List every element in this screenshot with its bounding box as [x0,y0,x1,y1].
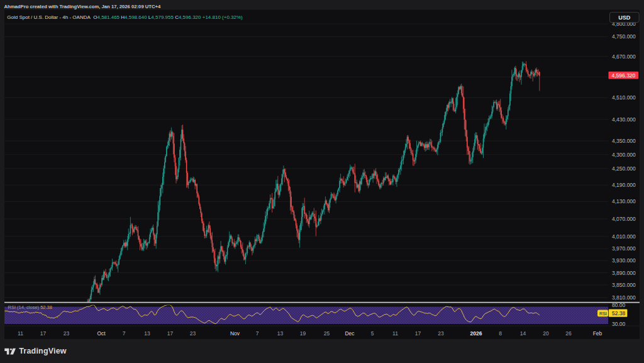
svg-text:4,596.320: 4,596.320 [612,72,636,79]
svg-text:4,300.000: 4,300.000 [612,152,636,158]
svg-text:4,010.000: 4,010.000 [612,233,636,240]
svg-text:4,750.000: 4,750.000 [612,33,636,40]
svg-text:19: 19 [300,330,306,337]
svg-text:4,070.000: 4,070.000 [612,216,636,222]
svg-text:Feb: Feb [593,330,602,337]
svg-text:5: 5 [371,330,374,337]
svg-text:3,930.000: 3,930.000 [612,257,636,264]
svg-text:4,190.000: 4,190.000 [612,182,636,188]
svg-text:17: 17 [167,330,174,337]
svg-text:3,970.000: 3,970.000 [612,245,636,252]
svg-text:3,850.000: 3,850.000 [612,282,636,288]
svg-text:17: 17 [40,330,47,337]
svg-text:3,890.000: 3,890.000 [612,270,636,276]
svg-text:4,130.000: 4,130.000 [612,198,636,204]
svg-text:23: 23 [438,330,444,337]
svg-text:13: 13 [144,330,150,337]
svg-text:4,250.000: 4,250.000 [612,165,636,172]
svg-text:USD: USD [618,14,631,21]
svg-text:8: 8 [499,330,502,337]
svg-text:4,350.000: 4,350.000 [612,138,636,144]
svg-text:7: 7 [123,330,126,337]
svg-text:26: 26 [565,330,572,337]
svg-text:80.00: 80.00 [612,302,626,308]
svg-text:23: 23 [190,330,196,337]
svg-text:14: 14 [520,330,526,337]
svg-text:Gold Spot / U.S. Dollar - 4h -: Gold Spot / U.S. Dollar - 4h - OANDA O4,… [7,14,243,20]
svg-text:3,810.000: 3,810.000 [612,294,636,301]
svg-text:Nov: Nov [230,330,240,337]
svg-text:25: 25 [324,330,330,337]
svg-text:11: 11 [392,330,398,337]
svg-text:AhmadPro created with TradingV: AhmadPro created with TradingView.com, J… [4,4,162,9]
svg-text:4,510.000: 4,510.000 [612,94,636,101]
svg-text:4,430.000: 4,430.000 [612,116,636,123]
svg-text:RSI (14, close) 52.38: RSI (14, close) 52.38 [8,304,52,310]
svg-text:Dec: Dec [345,330,355,337]
svg-text:RSI: RSI [599,311,607,316]
svg-text:TradingView: TradingView [19,347,67,355]
svg-text:Oct: Oct [97,330,106,337]
svg-text:4,670.000: 4,670.000 [612,53,636,60]
svg-text:23: 23 [64,330,70,337]
svg-text:17: 17 [415,330,421,337]
svg-text:20: 20 [543,330,549,337]
svg-text:52.38: 52.38 [612,310,626,316]
svg-text:11: 11 [18,330,23,337]
svg-text:30.00: 30.00 [612,321,626,327]
svg-text:2026: 2026 [470,330,482,337]
svg-text:13: 13 [277,330,284,337]
svg-text:7: 7 [256,330,259,337]
